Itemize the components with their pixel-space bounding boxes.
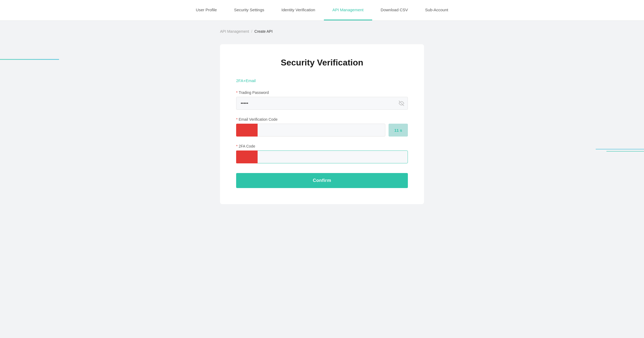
email-code-label: *Email Verification Code bbox=[236, 117, 408, 122]
confirm-button[interactable]: Confirm bbox=[236, 173, 408, 188]
twofa-code-input[interactable] bbox=[236, 150, 408, 163]
email-code-row: 11 s bbox=[236, 124, 408, 137]
deco-line-left bbox=[0, 59, 59, 60]
toggle-password-visibility-button[interactable] bbox=[399, 101, 404, 106]
main-content: API Management / Create API Security Ver… bbox=[0, 21, 644, 338]
trading-password-required: * bbox=[236, 90, 237, 95]
trading-password-group: *Trading Password bbox=[236, 90, 408, 110]
twofa-code-label: *2FA Code bbox=[236, 144, 408, 148]
twofa-code-required: * bbox=[236, 144, 237, 148]
email-code-error-block bbox=[236, 124, 258, 137]
twofa-code-group: *2FA Code bbox=[236, 144, 408, 163]
breadcrumb-current: Create API bbox=[254, 29, 273, 34]
email-code-group: *Email Verification Code 11 s bbox=[236, 117, 408, 137]
tab-user-profile[interactable]: User Profile bbox=[187, 0, 225, 20]
form-title: Security Verification bbox=[236, 58, 408, 68]
deco-line-right-bottom bbox=[606, 151, 644, 152]
eye-off-icon bbox=[399, 101, 404, 106]
breadcrumb: API Management / Create API bbox=[220, 29, 424, 34]
form-card: Security Verification 2FA+Email *Trading… bbox=[220, 44, 424, 204]
twofa-error-block bbox=[236, 150, 258, 163]
countdown-button[interactable]: 11 s bbox=[389, 124, 408, 137]
verification-type-label: 2FA+Email bbox=[236, 78, 408, 83]
trading-password-wrapper bbox=[236, 97, 408, 110]
trading-password-label: *Trading Password bbox=[236, 90, 408, 95]
trading-password-input[interactable] bbox=[236, 97, 408, 110]
email-code-input[interactable] bbox=[236, 124, 385, 137]
tab-security-settings[interactable]: Security Settings bbox=[225, 0, 273, 20]
nav-bar: User Profile Security Settings Identity … bbox=[0, 0, 644, 21]
tab-identity-verification[interactable]: Identity Verification bbox=[273, 0, 324, 20]
tab-sub-account[interactable]: Sub-Account bbox=[416, 0, 457, 20]
tab-download-csv[interactable]: Download CSV bbox=[372, 0, 417, 20]
nav-tabs: User Profile Security Settings Identity … bbox=[187, 0, 457, 20]
email-code-input-wrapper bbox=[236, 124, 385, 137]
breadcrumb-parent[interactable]: API Management bbox=[220, 29, 249, 34]
twofa-input-wrapper bbox=[236, 150, 408, 163]
email-code-required: * bbox=[236, 117, 237, 122]
breadcrumb-separator: / bbox=[251, 29, 252, 34]
deco-line-right-top bbox=[596, 149, 644, 149]
tab-api-management[interactable]: API Management bbox=[324, 0, 372, 20]
